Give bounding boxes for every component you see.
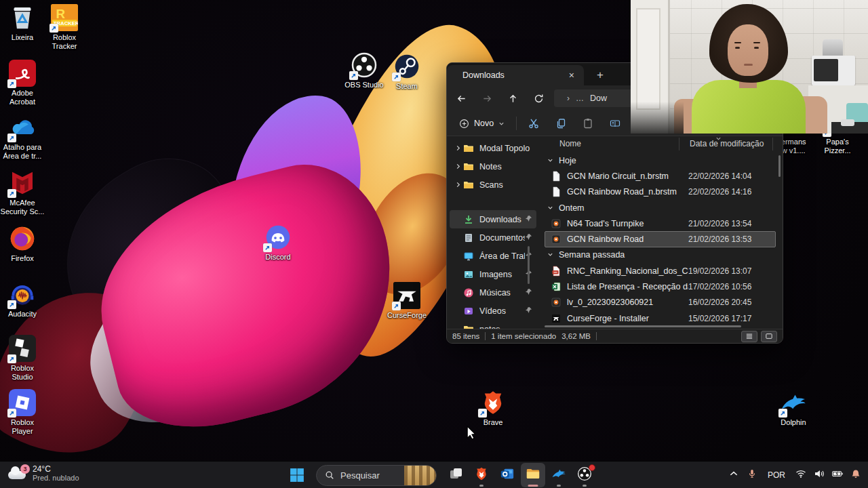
tray-tray-expand[interactable]	[727, 466, 741, 485]
desktop-icon-obs-studio[interactable]: OBS Studio	[342, 52, 387, 89]
desktop-icon-adobe-acrobat[interactable]: AdobeAcrobat	[0, 60, 45, 106]
desktop-icon-label: Steam	[384, 82, 429, 91]
item-count: 85 itens	[452, 332, 479, 340]
icons-view-button[interactable]	[761, 331, 777, 342]
breadcrumb-more[interactable]: …	[576, 94, 584, 103]
up-button[interactable]	[504, 89, 521, 107]
sidebar-item-rea-de-trab[interactable]: Área de Trab	[450, 247, 536, 265]
desktop-icon-dolphin[interactable]: Dolphin	[771, 389, 816, 427]
start-button[interactable]	[285, 463, 309, 487]
tray-microphone[interactable]	[745, 466, 759, 485]
column-name[interactable]: Nome	[559, 139, 581, 148]
recycle-icon	[9, 4, 36, 31]
search-placeholder: Pesquisar	[340, 470, 398, 481]
document-icon	[463, 232, 474, 243]
desktop-icon-atalho-para-rea-de-tr[interactable]: Atalho paraÁrea de tr...	[0, 114, 45, 161]
desktop-icon-roblox-tracker[interactable]: RTRACKERRobloxTracker	[42, 4, 87, 51]
file-explorer-icon	[526, 466, 540, 484]
cut-icon[interactable]	[524, 115, 543, 131]
sidebar-item-modal-topolo[interactable]: Modal Topolo	[450, 139, 536, 157]
running-indicator	[557, 485, 561, 487]
desktop-icon-curseforge[interactable]: CurseForge	[384, 282, 429, 320]
group-header-hoje[interactable]: Hoje	[545, 152, 776, 168]
sidebar-item-v-deos[interactable]: Vídeos	[450, 302, 536, 320]
explorer-body: Modal TopoloNotesScansDownloadsDocumento…	[447, 136, 783, 329]
file-row-curseforge-installer[interactable]: CurseForge - Installer15/02/2026 17:17	[545, 310, 776, 326]
new-button[interactable]: Novo	[452, 114, 511, 133]
dolphin-icon	[551, 466, 566, 484]
file-row-gcn-rainbow-road-n-brstm[interactable]: GCN Rainbow Road_n.brstm22/02/2026 14:16	[545, 184, 776, 200]
search-highlight-image[interactable]	[404, 465, 436, 486]
weather-widget[interactable]: 3 24°C Pred. nublado	[4, 464, 83, 483]
expand-chevron-icon[interactable]	[452, 182, 463, 188]
desktop-icon-discord[interactable]: Discord	[256, 224, 300, 262]
tray-battery[interactable]	[831, 466, 844, 485]
file-row-gcn-rainbow-road[interactable]: GCN Rainbow Road21/02/2026 13:53	[545, 231, 776, 247]
taskbar-app-outlook[interactable]	[495, 463, 519, 487]
file-row-lista-de-presen-a-recep-o-da-p-s-att[interactable]: Lista de Presença - Recepção da PÓS (Att…	[545, 279, 776, 294]
tray-volume[interactable]	[812, 466, 826, 485]
desktop-icon-lixeira[interactable]: Lixeira	[0, 4, 45, 42]
column-divider[interactable]	[772, 138, 773, 150]
breadcrumb[interactable]: Dow	[590, 94, 607, 103]
refresh-button[interactable]	[530, 89, 547, 107]
desktop-icon-audacity[interactable]: Audacity	[0, 281, 45, 319]
sidebar-item-notes[interactable]: Notes	[450, 157, 536, 176]
vertical-scrollbar[interactable]	[778, 155, 781, 177]
search-box[interactable]: Pesquisar	[316, 465, 437, 486]
desktop-icon-roblox-studio[interactable]: RobloxStudio	[0, 335, 45, 382]
sidebar-item-label: Músicas	[479, 288, 525, 298]
taskbar-app-dolphin[interactable]	[547, 463, 571, 487]
group-header-semana-passada[interactable]: Semana passada	[545, 247, 776, 263]
desktop-icon-firefox[interactable]: Firefox	[0, 225, 45, 263]
file-row-gcn-mario-circuit-n-brstm[interactable]: GCN Mario Circuit_n.brstm22/02/2026 14:0…	[545, 168, 776, 184]
desktop-icon-roblox-player[interactable]: Roblox Player	[0, 389, 45, 436]
desktop-icon-label: McAfeeSecurity Sc...	[0, 199, 45, 216]
tray-language[interactable]: POR	[764, 466, 789, 485]
taskbar-app-obs-studio[interactable]	[572, 463, 597, 487]
tray-wifi[interactable]	[794, 466, 808, 485]
expand-chevron-icon[interactable]	[452, 163, 463, 169]
sidebar-item-imagens[interactable]: Imagens	[450, 265, 536, 283]
rename-icon[interactable]	[606, 115, 625, 131]
tab-close-icon[interactable]: ×	[565, 70, 578, 81]
tray-notifications[interactable]	[849, 466, 863, 485]
forward-button[interactable]	[478, 89, 496, 107]
file-row-lv-0-20230923060921[interactable]: lv_0_2023092306092116/02/2026 20:45	[545, 295, 776, 310]
new-tab-button[interactable]: +	[592, 67, 608, 83]
battery-icon	[832, 469, 843, 481]
shortcut-arrow-icon	[7, 354, 16, 363]
taskbar-app-file-explorer[interactable]	[521, 463, 545, 487]
sidebar-item-m-sicas[interactable]: Músicas	[450, 283, 536, 302]
file-row-n64-toad-s-turnpike[interactable]: N64 Toad's Turnpike21/02/2026 13:54	[545, 216, 776, 231]
sidebar-scrollbar[interactable]	[528, 246, 530, 284]
paste-icon[interactable]	[578, 115, 597, 131]
column-divider[interactable]	[679, 138, 679, 150]
taskbar-app-brave[interactable]	[469, 463, 494, 487]
tab-downloads[interactable]: Downloads ×	[447, 65, 584, 85]
column-date[interactable]: Data de modificação	[690, 139, 764, 148]
sidebar-item-notes[interactable]: notes	[450, 320, 536, 329]
taskbar-app-task-view[interactable]	[443, 463, 468, 487]
desktop-icon-steam[interactable]: Steam	[384, 53, 429, 91]
copy-icon[interactable]	[551, 115, 570, 131]
pin-icon	[525, 306, 532, 316]
status-divider	[485, 332, 486, 340]
file-row-rnc-ranking-nacional-dos-clubes-2026[interactable]: RNC_Ranking_Nacional_dos_Clubes_2026...1…	[545, 263, 776, 279]
sidebar-item-scans[interactable]: Scans	[450, 176, 536, 194]
back-button[interactable]	[452, 89, 470, 107]
shortcut-arrow-icon	[7, 409, 16, 418]
desktop-icon-brave[interactable]: Brave	[471, 389, 515, 427]
desktop-icon-label: Dolphin	[771, 418, 816, 427]
sidebar-item-downloads[interactable]: Downloads	[450, 210, 536, 228]
details-view-button[interactable]	[741, 331, 757, 342]
person-face	[728, 24, 768, 76]
sidebar-item-label: Modal Topolo	[479, 144, 536, 153]
desktop-icon-mcafee-security-sc[interactable]: McAfeeSecurity Sc...	[0, 169, 45, 216]
file-date: 15/02/2026 17:17	[688, 314, 775, 323]
group-header-ontem[interactable]: Ontem	[545, 200, 776, 216]
weather-badge: 3	[20, 464, 30, 474]
horizontal-scrollbar[interactable]	[545, 325, 741, 327]
sidebar-item-documentos[interactable]: Documentos	[450, 228, 536, 247]
expand-chevron-icon[interactable]	[452, 145, 463, 151]
